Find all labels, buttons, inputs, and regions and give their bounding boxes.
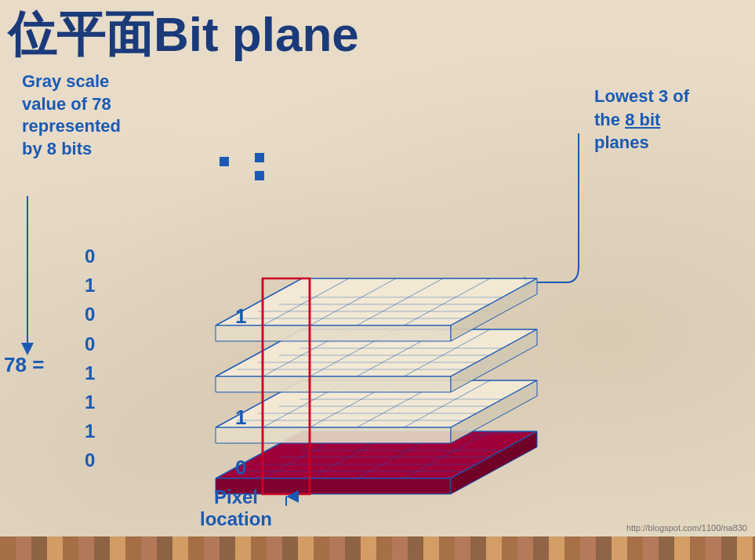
gray-scale-line3: represented [22, 115, 121, 138]
bit-value-7: 0 [85, 445, 95, 475]
annotation-line1: Lowest 3 of [594, 85, 735, 108]
bit-planes-diagram: 0 1 [145, 200, 655, 514]
annotation-line2-pre: the [594, 110, 625, 129]
pixel-label-line2: location [200, 508, 272, 530]
url-text: http://blogspot.com/1100/na830 [626, 523, 747, 533]
svg-rect-3 [255, 171, 264, 180]
svg-text:0: 0 [235, 456, 246, 479]
page-title: 位平面Bit plane [8, 8, 359, 61]
svg-text:1: 1 [235, 405, 246, 429]
pixel-label-line1: Pixel [200, 486, 272, 508]
bit-value-5: 1 [85, 387, 95, 416]
left-arrow [4, 188, 67, 361]
bit-value-1: 1 [85, 271, 95, 300]
gray-scale-line2: value of 78 [22, 93, 121, 116]
gray-scale-label: Gray scale value of 78 represented by 8 … [22, 71, 121, 160]
bottom-border [0, 536, 755, 560]
svg-rect-2 [255, 153, 264, 162]
bit-value-3: 0 [85, 329, 95, 358]
gray-scale-line1: Gray scale [22, 71, 121, 93]
bit-value-0: 0 [85, 242, 95, 271]
svg-rect-1 [220, 157, 229, 166]
bit-values-column: 0 1 0 0 1 1 1 0 [85, 242, 95, 475]
svg-marker-40 [216, 376, 451, 392]
right-annotation: Lowest 3 of the 8 bit planes [594, 85, 735, 155]
annotation-line3: planes [594, 131, 735, 155]
svg-marker-28 [216, 427, 451, 443]
bit-value-6: 1 [85, 416, 95, 445]
svg-text:1: 1 [235, 304, 246, 328]
gray-scale-line4: by 8 bits [22, 138, 121, 161]
svg-marker-51 [216, 325, 451, 341]
page: 位平面Bit plane Gray scale value of 78 repr… [0, 0, 755, 560]
bit-value-4: 1 [85, 358, 95, 387]
dots-above-diagram [212, 149, 290, 196]
title-english: Bit plane [154, 7, 359, 61]
annotation-line2: the 8 bit [594, 108, 735, 132]
pixel-location-label: Pixel location [200, 486, 272, 530]
annotation-line2-link: 8 bit [625, 110, 660, 129]
equals-label: 78 = [4, 353, 44, 377]
bit-value-2: 0 [85, 300, 95, 329]
title-chinese: 位平面 [8, 8, 154, 61]
